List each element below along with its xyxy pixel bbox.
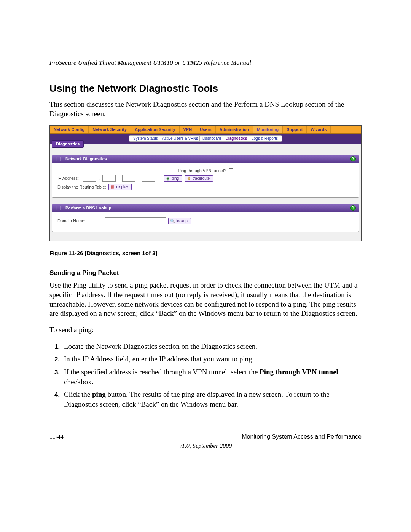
network-diagnostics-panel: ⋮⋮ Network Diagnostics ? Ping through VP… — [52, 155, 359, 198]
tab-monitoring[interactable]: Monitoring — [253, 126, 283, 133]
subsection-heading: Sending a Ping Packet — [49, 269, 362, 277]
subtab-active-users-vpns[interactable]: Active Users & VPNs — [161, 136, 200, 141]
ip-address-label: IP Address: — [57, 176, 80, 181]
panel-handle-icon: ⋮⋮ — [55, 157, 62, 161]
ip-octet-4[interactable] — [142, 175, 155, 182]
help-icon[interactable]: ? — [350, 205, 356, 211]
ip-octet-2[interactable] — [102, 175, 116, 182]
section-intro: This section discusses the Network Diagn… — [49, 100, 362, 118]
traceroute-icon: ⊕ — [186, 176, 191, 181]
footer-version: v1.0, September 2009 — [49, 443, 362, 449]
header-rule — [49, 69, 362, 69]
footer: 11-44 Monitoring System Access and Perfo… — [49, 433, 362, 440]
help-icon[interactable]: ? — [350, 156, 356, 161]
subsection-para: Use the Ping utility to send a ping pack… — [49, 281, 362, 318]
section-heading: Using the Network Diagnostic Tools — [49, 83, 362, 94]
dns-lookup-panel: ⋮⋮ Perform a DNS Lookup ? Domain Name: 🔍… — [52, 204, 359, 232]
tab-administration[interactable]: Administration — [216, 126, 253, 133]
tab-users[interactable]: Users — [196, 126, 216, 133]
steps-lead: To send a ping: — [49, 325, 362, 335]
figure-caption: Figure 11-26 [Diagnostics, screen 1of 3] — [49, 250, 362, 256]
tab-vpn[interactable]: VPN — [180, 126, 196, 133]
footer-chapter: Monitoring System Access and Performance — [242, 433, 362, 440]
traceroute-button[interactable]: ⊕ traceroute — [185, 175, 213, 182]
ping-vpn-checkbox[interactable] — [229, 168, 233, 173]
display-button[interactable]: ▦ display — [108, 184, 132, 190]
step-2: In the IP Address field, enter the IP ad… — [62, 354, 362, 364]
step-3: If the specified address is reached thro… — [62, 367, 362, 387]
panel-title-dns-lookup: Perform a DNS Lookup — [65, 206, 111, 210]
tab-support[interactable]: Support — [283, 126, 307, 133]
tab-wizards[interactable]: Wizards — [307, 126, 331, 133]
domain-name-label: Domain Name: — [57, 219, 85, 223]
panel-title-network-diagnostics: Network Diagnostics — [65, 157, 107, 161]
subtab-logs-reports[interactable]: Logs & Reports — [250, 136, 279, 141]
ip-octet-1[interactable] — [83, 175, 96, 182]
subtab-dashboard[interactable]: Dashboard — [201, 136, 223, 141]
diagnostics-screenshot-figure: Network Config Network Security Applicat… — [49, 125, 362, 241]
ping-vpn-label: Ping through VPN tunnel? — [178, 168, 226, 173]
subtab-diagnostics[interactable]: Diagnostics — [224, 136, 249, 141]
display-icon: ▦ — [110, 185, 115, 189]
panel-handle-icon: ⋮⋮ — [55, 206, 62, 210]
ping-button[interactable]: ◉ ping — [164, 175, 182, 182]
steps-list: Locate the Network Diagnostics section o… — [62, 342, 362, 409]
main-tabbar: Network Config Network Security Applicat… — [50, 126, 361, 134]
step-4: Click the ping button. The results of th… — [62, 390, 362, 409]
domain-name-input[interactable] — [105, 217, 166, 224]
step-1: Locate the Network Diagnostics section o… — [62, 342, 362, 351]
footer-rule — [49, 431, 362, 431]
magnifier-icon: 🔍 — [170, 219, 175, 223]
tab-network-security[interactable]: Network Security — [89, 126, 131, 133]
routing-table-label: Display the Routing Table: — [57, 185, 106, 189]
ping-icon: ◉ — [166, 176, 170, 181]
running-header: ProSecure Unified Threat Management UTM1… — [49, 59, 362, 67]
tab-network-config[interactable]: Network Config — [50, 126, 89, 133]
ip-octet-3[interactable] — [122, 175, 135, 182]
lookup-button[interactable]: 🔍 lookup — [168, 218, 191, 224]
subtab-bar: System Status Active Users & VPNs Dashbo… — [50, 134, 361, 144]
subtab-system-status[interactable]: System Status — [132, 136, 159, 141]
tab-application-security[interactable]: Application Security — [131, 126, 179, 133]
diagnostics-chip: Diagnostics — [52, 140, 84, 148]
page-number: 11-44 — [49, 433, 64, 440]
